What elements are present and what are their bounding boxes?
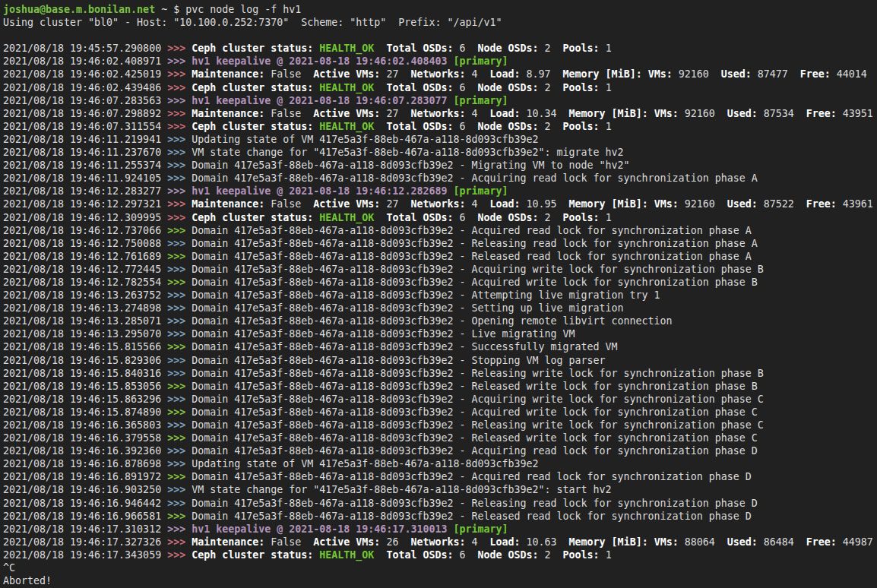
log-line-plain: 2021/08/18 19:46:15.840316 >>> Domain 41… — [3, 367, 877, 380]
log-line-plain: 2021/08/18 19:46:15.853056 >>> Domain 41… — [3, 380, 877, 393]
log-line-ceph: 2021/08/18 19:46:02.439486 >>> Ceph clus… — [3, 81, 877, 94]
log-line-plain: 2021/08/18 19:46:16.365803 >>> Domain 41… — [3, 419, 877, 432]
log-line-plain: 2021/08/18 19:46:13.295070 >>> Domain 41… — [3, 327, 877, 340]
prompt-command: pvc node log -f hv1 — [185, 4, 301, 15]
log-line-ceph: 2021/08/18 19:46:07.311554 >>> Ceph clus… — [3, 120, 877, 133]
log-line-ceph: 2021/08/18 19:46:12.309995 >>> Ceph clus… — [3, 211, 877, 224]
log-line-plain: 2021/08/18 19:46:12.737066 >>> Domain 41… — [3, 224, 877, 237]
log-line-plain: 2021/08/18 19:46:16.946442 >>> Domain 41… — [3, 497, 877, 510]
log-line-maintenance: 2021/08/18 19:46:17.327326 >>> Maintenan… — [3, 536, 877, 548]
log-lines: 2021/08/18 19:45:57.290800 >>> Ceph clus… — [3, 42, 877, 561]
log-line-keepalive: 2021/08/18 19:46:17.310312 >>> hv1 keepa… — [3, 523, 877, 536]
log-line-plain: 2021/08/18 19:46:11.219941 >>> Updating … — [3, 133, 877, 146]
terminal-window: joshua@base.m.bonilan.net ~ $ pvc node l… — [0, 0, 877, 587]
log-line-plain: 2021/08/18 19:46:12.772445 >>> Domain 41… — [3, 263, 877, 276]
cluster-info-line: Using cluster "bl0" - Host: "10.100.0.25… — [3, 16, 877, 29]
prompt-user-host: joshua@base.m.bonilan.net — [3, 4, 155, 15]
log-line-maintenance: 2021/08/18 19:46:07.298892 >>> Maintenan… — [3, 107, 877, 120]
log-line-plain: 2021/08/18 19:46:16.966581 >>> Domain 41… — [3, 510, 877, 523]
log-line-keepalive: 2021/08/18 19:46:02.408971 >>> hv1 keepa… — [3, 55, 877, 68]
log-line-ceph: 2021/08/18 19:45:57.290800 >>> Ceph clus… — [3, 42, 877, 55]
log-line-keepalive: 2021/08/18 19:46:12.283277 >>> hv1 keepa… — [3, 185, 877, 198]
log-line-keepalive: 2021/08/18 19:46:07.283563 >>> hv1 keepa… — [3, 94, 877, 107]
aborted-line: Aborted! — [3, 574, 877, 587]
log-line-maintenance: 2021/08/18 19:46:02.425019 >>> Maintenan… — [3, 68, 877, 81]
log-line-plain: 2021/08/18 19:46:11.237670 >>> VM state … — [3, 146, 877, 159]
log-line-plain: 2021/08/18 19:46:15.815566 >>> Domain 41… — [3, 340, 877, 353]
log-line-plain: 2021/08/18 19:46:15.863296 >>> Domain 41… — [3, 393, 877, 406]
log-line-plain: 2021/08/18 19:46:11.924105 >>> Domain 41… — [3, 172, 877, 185]
interrupt-line: ^C — [3, 561, 877, 574]
log-line-plain: 2021/08/18 19:46:16.878698 >>> Updating … — [3, 457, 877, 470]
log-line-plain: 2021/08/18 19:46:15.829306 >>> Domain 41… — [3, 354, 877, 367]
log-line-ceph: 2021/08/18 19:46:17.343059 >>> Ceph clus… — [3, 548, 877, 561]
log-line-plain: 2021/08/18 19:46:16.903250 >>> VM state … — [3, 483, 877, 496]
log-line-plain: 2021/08/18 19:46:16.891972 >>> Domain 41… — [3, 470, 877, 483]
log-line-plain: 2021/08/18 19:46:11.255374 >>> Domain 41… — [3, 159, 877, 172]
log-line-plain: 2021/08/18 19:46:12.782554 >>> Domain 41… — [3, 276, 877, 289]
log-line-plain: 2021/08/18 19:46:13.285071 >>> Domain 41… — [3, 315, 877, 327]
log-line-plain: 2021/08/18 19:46:15.874890 >>> Domain 41… — [3, 406, 877, 419]
log-line-plain: 2021/08/18 19:46:12.750088 >>> Domain 41… — [3, 237, 877, 250]
log-line-plain: 2021/08/18 19:46:16.392360 >>> Domain 41… — [3, 444, 877, 457]
blank-line — [3, 29, 877, 42]
prompt-path: ~ $ — [155, 4, 185, 15]
log-line-plain: 2021/08/18 19:46:13.274898 >>> Domain 41… — [3, 302, 877, 315]
log-line-plain: 2021/08/18 19:46:16.379558 >>> Domain 41… — [3, 432, 877, 444]
log-line-maintenance: 2021/08/18 19:46:12.297321 >>> Maintenan… — [3, 198, 877, 210]
log-line-plain: 2021/08/18 19:46:13.263752 >>> Domain 41… — [3, 289, 877, 302]
prompt-line: joshua@base.m.bonilan.net ~ $ pvc node l… — [3, 3, 877, 16]
log-line-plain: 2021/08/18 19:46:12.761689 >>> Domain 41… — [3, 250, 877, 263]
